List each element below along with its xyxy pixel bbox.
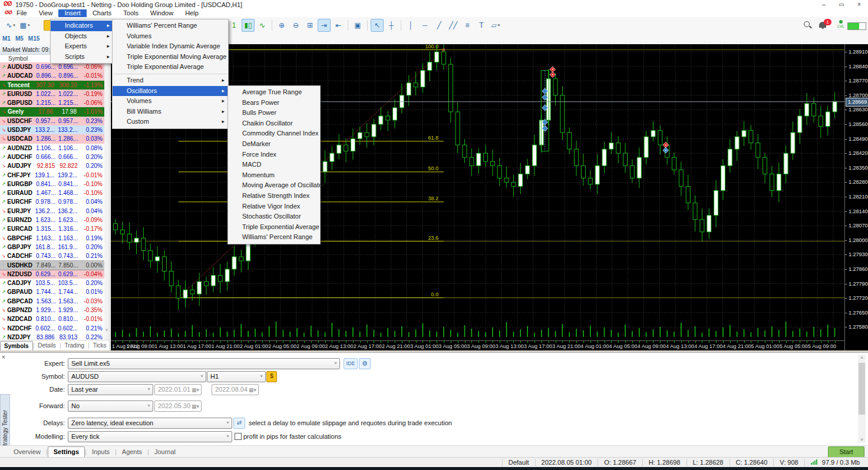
horizontal-line-icon[interactable]: ─ [418, 19, 431, 32]
tester-tab-inputs[interactable]: Inputs [87, 447, 115, 457]
vertical-line-icon[interactable]: │ [404, 19, 417, 32]
tester-tab-overview[interactable]: Overview [8, 447, 46, 457]
market-watch-tab-details[interactable]: Details [34, 341, 60, 350]
menu-help[interactable]: Help [179, 9, 204, 17]
market-watch-tab-symbols[interactable]: Symbols [0, 341, 33, 350]
market-watch-row[interactable]: ↗EURCHF0.978...0.978...0.04% [0, 197, 104, 206]
market-watch-row[interactable]: ↗AUDCHF0.666...0.666...0.20% [0, 153, 104, 161]
zoom-out-icon[interactable]: ⊖ [289, 19, 302, 32]
indicators-menu-item-triple-exponential-moving-average[interactable]: Triple Exponential Moving Average [113, 52, 228, 62]
oscillators-menu-item-bears-power[interactable]: Bears Power [228, 98, 320, 108]
text-label-icon[interactable]: T [475, 19, 488, 32]
oscillators-menu-item-force-index[interactable]: Force Index [228, 150, 320, 160]
market-watch-row[interactable]: ↘GBPCHF1.163...1.163...0.19% [0, 234, 104, 243]
market-watch-row[interactable]: ↗CADJPY103.5...103.5...0.20% [0, 279, 104, 287]
indicators-menu-item-bill-williams[interactable]: Bill Williams▸ [113, 107, 228, 117]
cursor-icon[interactable]: ↖ [371, 19, 384, 32]
oscillators-menu-item-relative-vigor-index[interactable]: Relative Vigor Index [228, 201, 320, 212]
period-select[interactable]: H1˅ [207, 371, 266, 382]
candlestick-chart-icon[interactable]: ▮▯ [242, 19, 255, 32]
chart-price-axis[interactable]: 1.28669 1.289101.288401.287701.287001.28… [844, 44, 868, 350]
oscillators-menu-item-williams-percent-range[interactable]: Williams' Percent Range [228, 232, 320, 243]
tester-close-icon[interactable]: × [2, 354, 5, 360]
chart-shift-icon[interactable]: ⇤ [332, 19, 345, 32]
oscillators-menu-item-average-true-range[interactable]: Average True Range [228, 87, 320, 98]
oscillators-menu-item-stochastic-oscillator[interactable]: Stochastic Oscillator [228, 211, 320, 222]
market-watch-row[interactable]: ↘CADCHF0.743...0.743...0.21% [0, 251, 104, 260]
expert-select[interactable]: Sell Limit.ex5˅ [68, 358, 340, 369]
indicators-menu-item-williams-percent-range[interactable]: Williams' Percent Range [113, 21, 228, 31]
market-watch-row[interactable]: ↘NZDCHF0.602...0.602...0.21% [0, 324, 104, 333]
oscillators-menu-item-relative-strength-index[interactable]: Relative Strength Index [228, 191, 320, 201]
shapes-icon[interactable]: ▱▾ [489, 19, 502, 32]
oscillators-menu-item-demarker[interactable]: DeMarker [228, 139, 320, 150]
insert-menu-item-objects[interactable]: Objects▸ [51, 31, 113, 42]
market-watch-row[interactable]: ↗GBPUSD1.215...1.215...-0.06% [0, 98, 104, 107]
ide-button[interactable]: IDE [344, 358, 358, 369]
indicators-menu-item-custom[interactable]: Custom▸ [113, 117, 228, 127]
market-watch-row[interactable]: ↗CHFJPY139.1...139.2...-0.01% [0, 171, 104, 180]
oscillators-menu-item-moving-average-of-oscillator[interactable]: Moving Average of Oscillator [228, 180, 320, 191]
oscillators-menu-item-momentum[interactable]: Momentum [228, 170, 320, 181]
market-watch-row[interactable]: ↘USDCAD1.286...1.286...0.03% [0, 134, 104, 143]
insert-menu-item-scripts[interactable]: Scripts▸ [51, 52, 113, 62]
zoom-in-icon[interactable]: ⊕ [275, 19, 288, 32]
forward-date-field[interactable]: 2022.05.30▦▾ [154, 401, 202, 412]
market-watch-row[interactable]: ↗GBPAUD1.744...1.744...0.01% [0, 287, 104, 296]
tester-tab-settings[interactable]: Settings [48, 446, 85, 458]
insert-menu-item-experts[interactable]: Experts▸ [51, 41, 113, 52]
auto-scroll-icon[interactable]: ⇥ [318, 19, 331, 32]
menu-charts[interactable]: Charts [87, 9, 117, 17]
line-chart-icon[interactable]: ∿ [256, 19, 269, 32]
oscillators-menu-item-chaikin-oscillator[interactable]: Chaikin Oscillator [228, 118, 320, 129]
date-to-field[interactable]: 2022.08.04▦▾ [212, 384, 259, 395]
market-watch-row[interactable]: ↘Geely17.8617.98-1.01% [0, 107, 104, 116]
indicators-menu-item-trend[interactable]: Trend▸ [113, 75, 228, 86]
minimize-button[interactable]: – [815, 0, 833, 9]
market-watch-tab-ticks[interactable]: Ticks [90, 341, 110, 350]
chart-time-axis[interactable]: 1 Aug 20221 Aug 09:001 Aug 13:001 Aug 17… [111, 340, 844, 351]
market-watch-row[interactable]: ↗EURUSD1.022...1.022...-0.19% [0, 90, 104, 98]
menu-tools[interactable]: Tools [117, 9, 144, 17]
maximize-button[interactable]: ▭ [833, 0, 850, 9]
tester-tab-journal[interactable]: Journal [149, 447, 181, 457]
menu-file[interactable]: File [11, 9, 33, 17]
profit-in-pips-checkbox[interactable] [235, 433, 242, 440]
timeframe-m5[interactable]: M5 [15, 35, 24, 42]
expert-settings-gear-icon[interactable]: ⚙ [359, 358, 371, 369]
market-watch-row[interactable]: ↗EURNZD1.623...1.623...-0.09% [0, 216, 104, 224]
market-watch-row[interactable]: ↗EURGBP0.841...0.841...-0.10% [0, 180, 104, 188]
indicators-menu-item-variable-index-dynamic-average[interactable]: Variable Index Dynamic Average [113, 41, 228, 52]
fibonacci-icon[interactable]: ≡ [461, 19, 474, 32]
market-watch-row[interactable]: ↗GBPCAD1.563...1.563...-0.03% [0, 297, 104, 306]
indicators-menu-item-volumes[interactable]: Volumes [113, 31, 228, 42]
market-watch-row[interactable]: ↗EURCAD1.315...1.316...-0.17% [0, 224, 104, 233]
indicators-menu-item-triple-exponential-average[interactable]: Triple Exponential Average [113, 62, 228, 72]
date-range-select[interactable]: Last year˅ [68, 384, 153, 395]
market-watch-row[interactable]: ↘USDCHF0.957...0.957...0.23% [0, 117, 104, 125]
symbol-select[interactable]: AUDUSD˅ [68, 371, 206, 382]
market-watch-row[interactable]: ↗EURAUD1.467...1.468...-0.10% [0, 188, 104, 197]
timeframe-m15[interactable]: M15 [28, 35, 39, 42]
market-watch-row[interactable]: ↘GBPNZD1.929...1.929...-0.35% [0, 306, 104, 315]
delay-settings-icon[interactable]: ⇄ [233, 418, 245, 429]
oscillators-menu-item-commodity-channel-index[interactable]: Commodity Channel Index [228, 128, 320, 139]
indicators-menu-item-oscillators[interactable]: Oscillators▸ [113, 86, 228, 97]
menu-window[interactable]: Window [144, 9, 179, 17]
market-watch-scrollbar[interactable]: ˅ [104, 62, 109, 340]
market-watch-row[interactable]: ↘NZDUSD0.629...0.629...-0.04% [0, 270, 104, 279]
oscillators-menu-item-macd[interactable]: MACD [228, 160, 320, 170]
market-watch-row[interactable]: ↗AUDCAD0.896...0.896...-0.01% [0, 71, 104, 80]
market-watch-row[interactable]: ↘EURJPY136.2...136.2...0.04% [0, 207, 104, 216]
crosshair-icon[interactable]: ┼ [385, 19, 398, 32]
market-watch-row[interactable]: ↘Tencent307.30308.20-1.19% [0, 81, 104, 90]
date-from-field[interactable]: 2022.01.01▦▾ [154, 384, 202, 395]
modelling-select[interactable]: Every tick˅ [68, 431, 232, 442]
close-button[interactable]: × [850, 0, 868, 9]
market-watch-row[interactable]: ↘AUDJPY92.81592.8220.20% [0, 161, 104, 170]
market-watch-row[interactable]: ↘NZDCAD0.810...0.810...-0.01% [0, 315, 104, 323]
menu-insert[interactable]: Insert [58, 9, 87, 17]
oscillators-menu-item-bulls-power[interactable]: Bulls Power [228, 108, 320, 118]
channel-icon[interactable]: ╱╱ [447, 19, 460, 32]
trendline-icon[interactable]: ╱ [433, 19, 445, 32]
